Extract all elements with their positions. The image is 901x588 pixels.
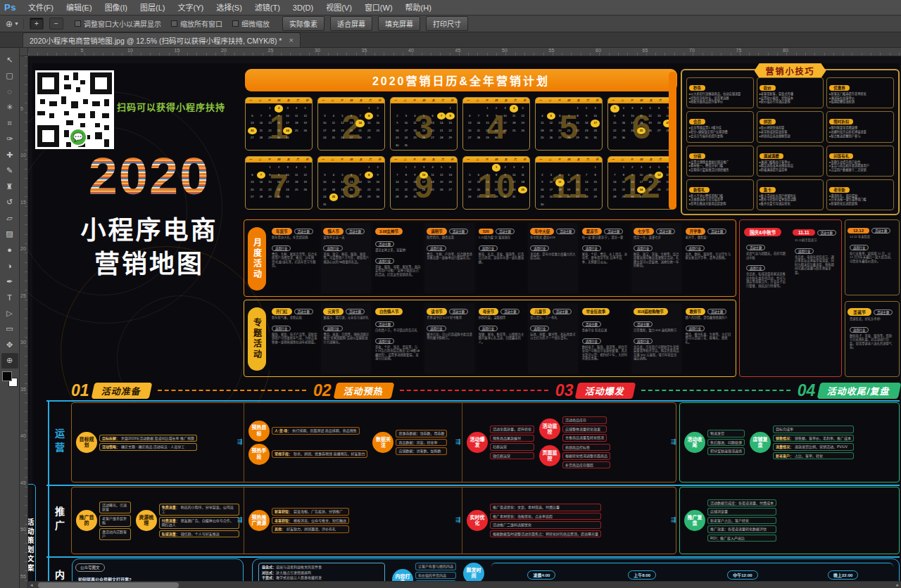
document-tab[interactable]: 2020小程序电商营销地图.jpg @ 12.5% (扫码可以获得小程序扶持, … bbox=[23, 32, 301, 47]
branch-box: 活动数据完成度：各渠道流量、付费成本 bbox=[707, 499, 776, 507]
calendar-day: 19 bbox=[645, 120, 655, 127]
calendar-day bbox=[591, 201, 600, 209]
calendar-day: 6 bbox=[248, 113, 257, 120]
calendar-day: 5 bbox=[301, 164, 310, 172]
scrollbar-thumb[interactable] bbox=[38, 582, 179, 588]
weekday-label: 五 bbox=[649, 157, 652, 162]
color-swatches[interactable] bbox=[2, 371, 18, 387]
weekday-label: 二 bbox=[403, 98, 406, 103]
branch-box: 主推商品流量及转化情况 bbox=[562, 434, 607, 442]
calendar-day bbox=[510, 142, 519, 150]
calendar-day: 14 bbox=[483, 179, 492, 186]
weekday-label: 四 bbox=[350, 157, 353, 162]
calendar-day: 2 bbox=[492, 105, 501, 113]
option-checkbox[interactable]: 调整窗口大小以满屏显示 bbox=[75, 18, 161, 29]
checkbox-box[interactable] bbox=[232, 20, 239, 27]
option-checkbox[interactable]: 缩放所有窗口 bbox=[171, 18, 222, 29]
weekday-label: 日 bbox=[378, 98, 381, 103]
menu-item[interactable]: 3D(D) bbox=[286, 0, 320, 15]
checkbox-box[interactable] bbox=[171, 20, 177, 27]
lasso-tool[interactable]: ◌ bbox=[1, 84, 18, 100]
eraser-tool[interactable]: ▱ bbox=[1, 210, 18, 226]
option-button[interactable]: 适合屏幕 bbox=[330, 16, 372, 31]
blur-tool[interactable]: ● bbox=[1, 242, 18, 258]
brush-tool[interactable]: ✎ bbox=[1, 163, 18, 179]
magic-wand-tool[interactable]: ✳ bbox=[1, 100, 18, 116]
current-tool-preview[interactable]: ⊕ ▼ bbox=[6, 19, 24, 29]
zoom-out-button[interactable]: − bbox=[49, 18, 63, 30]
calendar-day: 6 bbox=[465, 113, 474, 120]
scroll-left-arrow[interactable]: ◂ bbox=[30, 582, 33, 588]
menu-item[interactable]: 帮助(H) bbox=[399, 0, 438, 15]
calendar-day bbox=[292, 134, 301, 142]
checkbox-label: 缩放所有窗口 bbox=[180, 18, 222, 29]
calendar-day: 6 bbox=[347, 172, 356, 179]
industry-tag: 适用行业 bbox=[530, 326, 549, 331]
activity-title: 年货节 bbox=[272, 228, 292, 235]
hand-tool[interactable]: ✥ bbox=[1, 337, 18, 353]
dodge-tool[interactable]: ◑ bbox=[1, 258, 18, 274]
menu-item[interactable]: 滤镜(T) bbox=[248, 0, 286, 15]
menu-item[interactable]: 图像(I) bbox=[99, 0, 134, 15]
healing-brush-tool[interactable]: ✚ bbox=[1, 147, 18, 163]
type-tool[interactable]: T bbox=[1, 290, 18, 306]
option-button[interactable]: 打印尺寸 bbox=[426, 16, 468, 31]
horizontal-scrollbar[interactable]: ◂ ▸ bbox=[28, 581, 901, 588]
calendar-day: 23 bbox=[619, 127, 629, 135]
tip-label: 优惠券 bbox=[829, 85, 850, 91]
eyedropper-tool[interactable]: ✑ bbox=[1, 132, 18, 148]
menu-item[interactable]: 图层(L) bbox=[134, 0, 171, 15]
shape-tool[interactable]: ▭ bbox=[1, 321, 18, 338]
branch-box: 活动推广二维码适配优化 bbox=[490, 521, 601, 529]
calendar-day: 28 bbox=[257, 193, 266, 201]
pen-tool[interactable]: ✒ bbox=[1, 274, 18, 290]
calendar-day: 16 bbox=[393, 127, 402, 135]
option-button[interactable]: 实际像素 bbox=[282, 16, 325, 31]
weekday-label: 四 bbox=[422, 98, 425, 103]
move-tool[interactable]: ↖ bbox=[1, 52, 18, 68]
option-button[interactable]: 填充屏幕 bbox=[378, 16, 420, 31]
theme-text: 12.12 年末狂欢 bbox=[848, 235, 897, 239]
calendar-day bbox=[565, 201, 574, 209]
calendar-day: 15 bbox=[365, 120, 374, 127]
zoom-in-button[interactable]: + bbox=[30, 18, 44, 30]
checkbox-box[interactable] bbox=[75, 20, 81, 27]
calendar-day bbox=[393, 201, 402, 209]
calendar-day: 11 bbox=[428, 172, 437, 179]
calendar-day bbox=[265, 201, 275, 209]
calendar-day: 2 bbox=[500, 164, 510, 172]
menu-item[interactable]: 选择(S) bbox=[210, 0, 248, 15]
tab-close-icon[interactable]: × bbox=[289, 36, 293, 44]
crop-tool[interactable]: ⌗ bbox=[1, 115, 18, 132]
path-select-tool[interactable]: ▷ bbox=[1, 305, 18, 321]
calendar-day: 30 bbox=[538, 201, 547, 209]
foreground-color-swatch[interactable] bbox=[2, 371, 12, 381]
menu-item[interactable]: 编辑(E) bbox=[60, 0, 99, 15]
menu-item[interactable]: 文字(Y) bbox=[171, 0, 210, 15]
calendar-day: 6 bbox=[474, 172, 484, 179]
calendar-day bbox=[474, 201, 484, 209]
menu-item[interactable]: 文件(F) bbox=[22, 0, 60, 15]
calendar-weekday-row: 一二三四五六日 bbox=[608, 157, 674, 162]
calendar-day-grid: 1234567891011121314151617181920212223242… bbox=[465, 164, 527, 208]
gradient-tool[interactable]: ▨ bbox=[1, 226, 18, 243]
calendar-day: 21 bbox=[582, 186, 591, 194]
calendar-day: 17 bbox=[283, 179, 292, 186]
menu-item[interactable]: 窗口(W) bbox=[358, 0, 399, 15]
clone-stamp-tool[interactable]: ♜ bbox=[1, 179, 18, 195]
industry-tag: 适用行业 bbox=[427, 245, 446, 251]
industry-text: 食品、生鲜、家居百货等，结合年终用户消费需求，推出：过年囤货/礼盒/送礼等，打造… bbox=[270, 253, 319, 268]
mindmap-node: 活动收尾 bbox=[684, 432, 705, 453]
calendar-day bbox=[373, 134, 382, 142]
industry-tag: 适用行业 bbox=[746, 265, 765, 271]
calendar-day: 7 bbox=[610, 172, 619, 179]
weekday-label: 三 bbox=[268, 98, 271, 103]
history-brush-tool[interactable]: ↺ bbox=[1, 195, 18, 211]
option-checkbox[interactable]: 细微缩放 bbox=[232, 18, 270, 29]
scroll-right-arrow[interactable]: ▸ bbox=[896, 582, 899, 588]
menu-item[interactable]: 视图(V) bbox=[320, 0, 358, 15]
zoom-tool[interactable]: ⊕ bbox=[1, 353, 18, 369]
marquee-tool[interactable]: ▢ bbox=[1, 68, 18, 84]
calendar-day: 21 bbox=[610, 186, 619, 194]
calendar-day: 5 bbox=[338, 113, 347, 120]
